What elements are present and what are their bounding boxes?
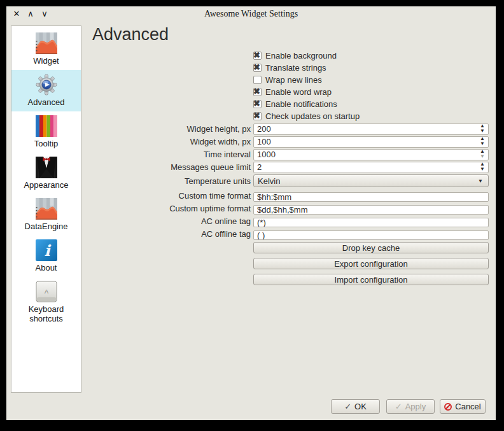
checkbox-translate-strings[interactable]: Translate strings: [253, 62, 326, 74]
row-import-configuration: Import configuration: [6, 274, 489, 285]
chevron-down-icon: ▼: [478, 178, 483, 184]
custom-uptime-format-input[interactable]: [253, 205, 489, 215]
time-interval-spinbox[interactable]: [253, 149, 489, 160]
spin-down-icon[interactable]: ▼: [480, 141, 485, 146]
messages-queue-limit-spinbox[interactable]: [253, 162, 489, 173]
ok-label: OK: [354, 402, 367, 411]
row-temperature-units: Temperature units Kelvin ▼: [6, 174, 489, 187]
checkbox-label: Enable notifications: [265, 99, 337, 109]
apply-label: Apply: [405, 402, 426, 411]
row-ac-online-tag: AC online tag: [6, 216, 489, 226]
checkbox-box[interactable]: [253, 88, 262, 96]
spinner-arrows: ▲ ▼: [478, 136, 487, 147]
checkbox-enable-background[interactable]: Enable background: [253, 50, 337, 62]
drop-key-cache-button[interactable]: Drop key cache: [253, 242, 489, 253]
row-custom-time-format: Custom time format: [6, 191, 489, 201]
row-export-configuration: Export configuration: [6, 258, 489, 269]
checkbox-box[interactable]: [253, 100, 262, 108]
check-icon: ✓: [395, 402, 402, 411]
settings-window: ✕ ∧ ∨ Awesome Widget Settings Widge: [6, 6, 496, 420]
ac-offline-tag-input[interactable]: [253, 230, 489, 240]
checkbox-box[interactable]: [253, 64, 262, 72]
checkbox-label: Enable word wrap: [265, 87, 332, 97]
checkbox-box[interactable]: [253, 112, 262, 120]
field-label: Widget width, px: [6, 136, 251, 147]
field-label: Widget height, px: [6, 123, 251, 134]
field-label: Custom uptime format: [6, 204, 251, 213]
checkbox-label: Enable background: [265, 51, 337, 60]
sidebar-item-label: Widget: [33, 56, 59, 66]
cancel-button[interactable]: Cancel: [440, 399, 486, 414]
checkbox-box[interactable]: [253, 76, 262, 84]
field-label: Custom time format: [6, 191, 251, 201]
checkbox-box[interactable]: [253, 52, 262, 60]
gear-icon: [36, 74, 57, 95]
check-icon: ✓: [344, 402, 351, 411]
checkbox-check-updates[interactable]: Check updates on startup: [253, 110, 360, 122]
sidebar-item-advanced[interactable]: Advanced: [11, 70, 81, 111]
svg-text:A: A: [44, 288, 48, 295]
sidebar-item-widget[interactable]: Widget: [11, 29, 81, 70]
field-label: AC offline tag: [6, 229, 251, 239]
field-label: Time interval: [6, 148, 251, 160]
widget-width-spinbox[interactable]: [253, 136, 489, 148]
spinner-arrows: ▲ ▼: [478, 161, 487, 173]
apply-button[interactable]: ✓ Apply: [386, 399, 435, 414]
row-drop-key-cache: Drop key cache: [6, 242, 489, 253]
ok-button[interactable]: ✓ OK: [331, 399, 380, 414]
checkbox-label: Translate strings: [265, 63, 326, 73]
field-label: Temperature units: [6, 174, 251, 187]
field-label: AC online tag: [6, 216, 251, 226]
cancel-icon: [444, 403, 452, 411]
spin-down-icon[interactable]: ▼: [480, 129, 485, 134]
dropdown-value: Kelvin: [258, 176, 280, 186]
spinner-arrows: ▲ ▼: [478, 148, 487, 160]
row-widget-height: Widget height, px ▲ ▼: [6, 123, 489, 134]
checkbox-enable-word-wrap[interactable]: Enable word wrap: [253, 86, 332, 98]
widget-height-spinbox[interactable]: [253, 124, 489, 135]
import-configuration-button[interactable]: Import configuration: [253, 274, 489, 285]
checkbox-label: Wrap new lines: [265, 75, 322, 85]
row-custom-uptime-format: Custom uptime format: [6, 204, 489, 213]
row-messages-queue-limit: Messages queue limit ▲ ▼: [6, 161, 489, 173]
sidebar-item-label: Advanced: [28, 97, 65, 107]
cancel-label: Cancel: [455, 402, 480, 411]
titlebar: ✕ ∧ ∨ Awesome Widget Settings: [6, 6, 496, 23]
spinner-arrows: ▲ ▼: [478, 123, 487, 134]
checkbox-enable-notifications[interactable]: Enable notifications: [253, 98, 337, 110]
export-configuration-button[interactable]: Export configuration: [253, 258, 489, 269]
sidebar-item-label: Keyboard shortcuts: [13, 304, 80, 323]
widget-icon: [36, 32, 57, 54]
window-title: Awesome Widget Settings: [6, 9, 496, 19]
ac-online-tag-input[interactable]: [253, 218, 489, 227]
custom-time-format-input[interactable]: [253, 192, 489, 202]
field-label: Messages queue limit: [6, 161, 251, 173]
temperature-units-dropdown[interactable]: Kelvin ▼: [253, 174, 489, 187]
checkbox-wrap-new-lines[interactable]: Wrap new lines: [253, 74, 322, 86]
row-time-interval: Time interval ▲ ▼: [6, 148, 489, 160]
spin-down-icon[interactable]: ▼: [480, 154, 485, 159]
row-widget-width: Widget width, px ▲ ▼: [6, 136, 489, 147]
row-ac-offline-tag: AC offline tag: [6, 229, 489, 239]
checkbox-label: Check updates on startup: [265, 111, 360, 121]
page-title: Advanced: [92, 24, 169, 45]
spin-down-icon[interactable]: ▼: [480, 167, 485, 172]
